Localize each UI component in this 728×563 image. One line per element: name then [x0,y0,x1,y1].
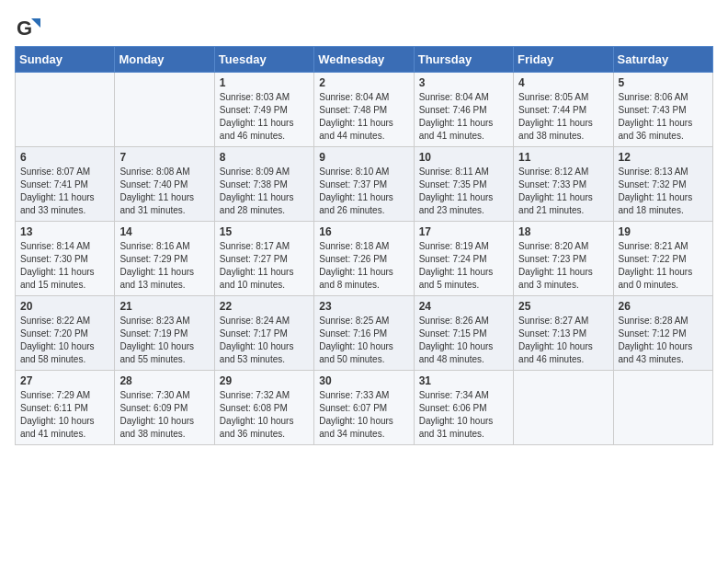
logo: G [15,15,44,40]
day-info: Sunrise: 8:08 AM Sunset: 7:40 PM Dayligh… [119,166,209,217]
day-info: Sunrise: 7:30 AM Sunset: 6:09 PM Dayligh… [119,389,209,441]
calendar-cell: 29Sunrise: 7:32 AM Sunset: 6:08 PM Dayli… [214,371,313,445]
day-info: Sunrise: 8:23 AM Sunset: 7:19 PM Dayligh… [119,315,209,366]
day-number: 14 [119,225,209,238]
day-number: 4 [518,76,608,89]
day-number: 9 [319,151,408,164]
day-info: Sunrise: 8:16 AM Sunset: 7:29 PM Dayligh… [119,240,209,292]
calendar-cell: 28Sunrise: 7:30 AM Sunset: 6:09 PM Dayli… [115,371,214,445]
calendar-cell: 26Sunrise: 8:28 AM Sunset: 7:12 PM Dayli… [613,296,712,371]
day-number: 22 [220,300,309,313]
calendar-cell: 9Sunrise: 8:10 AM Sunset: 7:37 PM Daylig… [314,147,414,222]
calendar-cell: 2Sunrise: 8:04 AM Sunset: 7:48 PM Daylig… [314,73,414,147]
calendar-cell [514,371,613,445]
day-info: Sunrise: 8:13 AM Sunset: 7:32 PM Dayligh… [619,166,708,217]
calendar-cell: 21Sunrise: 8:23 AM Sunset: 7:19 PM Dayli… [115,296,214,371]
header-row: SundayMondayTuesdayWednesdayThursdayFrid… [16,47,713,73]
calendar-cell: 17Sunrise: 8:19 AM Sunset: 7:24 PM Dayli… [414,222,513,296]
day-number: 10 [419,151,508,164]
calendar-cell: 16Sunrise: 8:18 AM Sunset: 7:26 PM Dayli… [314,222,414,296]
calendar-cell: 8Sunrise: 8:09 AM Sunset: 7:38 PM Daylig… [214,147,313,222]
day-header-thursday: Thursday [414,47,513,73]
day-info: Sunrise: 8:20 AM Sunset: 7:23 PM Dayligh… [518,240,608,292]
calendar-cell: 1Sunrise: 8:03 AM Sunset: 7:49 PM Daylig… [214,73,313,147]
day-info: Sunrise: 8:12 AM Sunset: 7:33 PM Dayligh… [518,166,608,217]
day-number: 8 [220,151,309,164]
day-number: 3 [419,76,508,89]
day-number: 11 [518,151,608,164]
calendar-table: SundayMondayTuesdayWednesdayThursdayFrid… [15,46,713,445]
day-number: 28 [119,374,209,387]
day-number: 19 [619,225,708,238]
day-info: Sunrise: 8:25 AM Sunset: 7:16 PM Dayligh… [319,315,408,366]
day-info: Sunrise: 7:29 AM Sunset: 6:11 PM Dayligh… [20,389,109,441]
day-number: 23 [319,300,408,313]
calendar-week-1: 1Sunrise: 8:03 AM Sunset: 7:49 PM Daylig… [16,73,713,147]
day-header-wednesday: Wednesday [314,47,414,73]
calendar-week-3: 13Sunrise: 8:14 AM Sunset: 7:30 PM Dayli… [16,222,713,296]
calendar-cell: 10Sunrise: 8:11 AM Sunset: 7:35 PM Dayli… [414,147,513,222]
day-info: Sunrise: 8:18 AM Sunset: 7:26 PM Dayligh… [319,240,408,292]
calendar-week-5: 27Sunrise: 7:29 AM Sunset: 6:11 PM Dayli… [16,371,713,445]
day-header-saturday: Saturday [613,47,712,73]
page-header: G [15,15,713,40]
day-number: 1 [220,76,309,89]
day-number: 2 [319,76,408,89]
day-number: 24 [419,300,508,313]
calendar-cell: 5Sunrise: 8:06 AM Sunset: 7:43 PM Daylig… [613,73,712,147]
day-info: Sunrise: 8:10 AM Sunset: 7:37 PM Dayligh… [319,166,408,217]
day-info: Sunrise: 8:19 AM Sunset: 7:24 PM Dayligh… [419,240,508,292]
svg-text:G: G [17,17,32,40]
calendar-cell: 23Sunrise: 8:25 AM Sunset: 7:16 PM Dayli… [314,296,414,371]
day-header-friday: Friday [514,47,613,73]
day-number: 7 [119,151,209,164]
day-number: 29 [220,374,309,387]
day-number: 5 [619,76,708,89]
day-number: 27 [20,374,109,387]
svg-marker-1 [31,18,40,28]
calendar-cell: 25Sunrise: 8:27 AM Sunset: 7:13 PM Dayli… [514,296,613,371]
day-info: Sunrise: 8:09 AM Sunset: 7:38 PM Dayligh… [220,166,309,217]
day-number: 15 [220,225,309,238]
calendar-week-2: 6Sunrise: 8:07 AM Sunset: 7:41 PM Daylig… [16,147,713,222]
calendar-cell: 15Sunrise: 8:17 AM Sunset: 7:27 PM Dayli… [214,222,313,296]
calendar-cell: 6Sunrise: 8:07 AM Sunset: 7:41 PM Daylig… [16,147,115,222]
day-info: Sunrise: 8:04 AM Sunset: 7:48 PM Dayligh… [319,91,408,143]
day-info: Sunrise: 8:21 AM Sunset: 7:22 PM Dayligh… [619,240,708,292]
calendar-cell: 22Sunrise: 8:24 AM Sunset: 7:17 PM Dayli… [214,296,313,371]
day-info: Sunrise: 8:28 AM Sunset: 7:12 PM Dayligh… [619,315,708,366]
calendar-cell: 14Sunrise: 8:16 AM Sunset: 7:29 PM Dayli… [115,222,214,296]
logo-icon: G [15,15,40,40]
calendar-cell: 19Sunrise: 8:21 AM Sunset: 7:22 PM Dayli… [613,222,712,296]
day-info: Sunrise: 7:34 AM Sunset: 6:06 PM Dayligh… [419,389,508,441]
day-info: Sunrise: 8:27 AM Sunset: 7:13 PM Dayligh… [518,315,608,366]
day-info: Sunrise: 8:04 AM Sunset: 7:46 PM Dayligh… [419,91,508,143]
day-info: Sunrise: 8:11 AM Sunset: 7:35 PM Dayligh… [419,166,508,217]
calendar-cell: 3Sunrise: 8:04 AM Sunset: 7:46 PM Daylig… [414,73,513,147]
calendar-cell: 18Sunrise: 8:20 AM Sunset: 7:23 PM Dayli… [514,222,613,296]
calendar-cell: 20Sunrise: 8:22 AM Sunset: 7:20 PM Dayli… [16,296,115,371]
day-number: 18 [518,225,608,238]
calendar-cell: 27Sunrise: 7:29 AM Sunset: 6:11 PM Dayli… [16,371,115,445]
calendar-cell: 24Sunrise: 8:26 AM Sunset: 7:15 PM Dayli… [414,296,513,371]
calendar-cell [613,371,712,445]
day-header-monday: Monday [115,47,214,73]
calendar-cell: 4Sunrise: 8:05 AM Sunset: 7:44 PM Daylig… [514,73,613,147]
day-info: Sunrise: 8:17 AM Sunset: 7:27 PM Dayligh… [220,240,309,292]
calendar-cell: 13Sunrise: 8:14 AM Sunset: 7:30 PM Dayli… [16,222,115,296]
calendar-cell [16,73,115,147]
day-info: Sunrise: 7:32 AM Sunset: 6:08 PM Dayligh… [220,389,309,441]
calendar-cell: 30Sunrise: 7:33 AM Sunset: 6:07 PM Dayli… [314,371,414,445]
day-info: Sunrise: 8:14 AM Sunset: 7:30 PM Dayligh… [20,240,109,292]
day-number: 26 [619,300,708,313]
day-number: 16 [319,225,408,238]
calendar-cell: 11Sunrise: 8:12 AM Sunset: 7:33 PM Dayli… [514,147,613,222]
day-number: 13 [20,225,109,238]
day-number: 12 [619,151,708,164]
day-header-sunday: Sunday [16,47,115,73]
day-number: 30 [319,374,408,387]
day-info: Sunrise: 8:03 AM Sunset: 7:49 PM Dayligh… [220,91,309,143]
calendar-cell: 7Sunrise: 8:08 AM Sunset: 7:40 PM Daylig… [115,147,214,222]
calendar-cell [115,73,214,147]
day-info: Sunrise: 8:05 AM Sunset: 7:44 PM Dayligh… [518,91,608,143]
